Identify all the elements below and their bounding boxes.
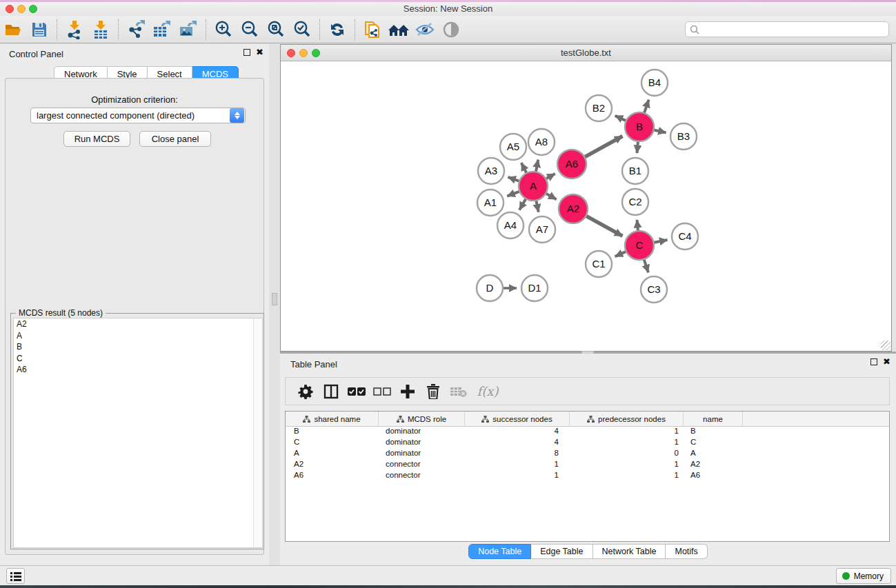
resize-grip[interactable]	[881, 341, 890, 350]
table-cell[interactable]: C	[286, 438, 379, 449]
mcds-result-list[interactable]: A2ABCA6	[13, 318, 263, 548]
graph-node-A8[interactable]: A8	[528, 129, 555, 155]
zoom-out-icon[interactable]	[237, 18, 263, 41]
table-row[interactable]: Bdominator41B	[286, 427, 889, 438]
import-network-icon[interactable]	[61, 18, 88, 41]
table-cell[interactable]: dominator	[379, 427, 465, 438]
mcds-result-item[interactable]: B	[14, 341, 262, 353]
graph-edge-A6-B[interactable]	[584, 136, 623, 158]
settings-gear-icon[interactable]	[292, 380, 318, 403]
open-file-icon[interactable]	[0, 18, 26, 41]
refresh-icon[interactable]	[324, 18, 350, 41]
graph-node-A2[interactable]: A2	[559, 194, 588, 223]
search-input[interactable]	[699, 25, 888, 34]
hide-eye-icon[interactable]	[412, 18, 438, 41]
float-table-panel-icon[interactable]	[870, 358, 877, 365]
network-window-titlebar[interactable]: testGlobe.txt	[281, 45, 891, 61]
graph-node-D[interactable]: D	[477, 275, 503, 301]
table-cell[interactable]: 1	[570, 438, 684, 449]
scrollbar-track[interactable]	[253, 318, 262, 547]
float-panel-icon[interactable]	[243, 49, 250, 56]
table-cell[interactable]: 4	[465, 427, 570, 438]
add-column-icon[interactable]	[395, 380, 420, 403]
mcds-result-item[interactable]: A6	[14, 364, 262, 376]
graph-node-A1[interactable]: A1	[477, 190, 504, 216]
close-panel-button[interactable]: Close panel	[139, 131, 211, 147]
network-zoom-button[interactable]	[312, 49, 320, 57]
graph-node-B2[interactable]: B2	[586, 95, 612, 121]
table-cell[interactable]: 1	[570, 460, 684, 471]
table-row[interactable]: Cdominator41C	[286, 438, 889, 449]
table-cell[interactable]: 8	[465, 449, 570, 460]
table-row[interactable]: Adominator80A	[286, 449, 889, 460]
mcds-result-item[interactable]: A2	[14, 318, 262, 330]
graph-node-B3[interactable]: B3	[670, 123, 697, 150]
table-cell[interactable]: 0	[570, 449, 684, 460]
table-cell[interactable]: A	[684, 449, 743, 460]
graph-edge-B-B4[interactable]	[644, 100, 648, 114]
table-cell[interactable]: 4	[465, 438, 570, 449]
graph-node-A3[interactable]: A3	[478, 158, 504, 184]
export-image-icon[interactable]	[175, 18, 201, 41]
criterion-dropdown[interactable]: largest connected component (directed)	[30, 108, 246, 123]
table-cell[interactable]: 1	[465, 471, 570, 482]
table-cell[interactable]: dominator	[379, 438, 465, 449]
table-cell[interactable]: 1	[570, 427, 684, 438]
tab-edge-table[interactable]: Edge Table	[531, 544, 593, 559]
graph-node-A5[interactable]: A5	[500, 134, 526, 160]
graph-node-C2[interactable]: C2	[622, 189, 648, 215]
mcds-result-item[interactable]: C	[14, 353, 262, 365]
graph-node-B4[interactable]: B4	[641, 70, 668, 96]
run-mcds-button[interactable]: Run MCDS	[63, 131, 130, 147]
select-all-icon[interactable]	[344, 380, 369, 403]
zoom-window-button[interactable]	[29, 5, 37, 13]
import-table-icon[interactable]	[88, 18, 114, 41]
zoom-fit-icon[interactable]	[263, 18, 289, 41]
duplicate-network-icon[interactable]	[359, 18, 386, 41]
home-icon[interactable]	[386, 18, 412, 41]
table-cell[interactable]: connector	[379, 471, 465, 482]
network-close-button[interactable]	[287, 49, 295, 57]
graph-edge-A2-C[interactable]	[585, 215, 623, 236]
export-network-icon[interactable]	[123, 18, 149, 41]
table-cell[interactable]: connector	[379, 460, 465, 471]
table-cell[interactable]: C	[684, 438, 743, 449]
vertical-splitter-handle[interactable]	[272, 293, 277, 305]
show-eye-icon[interactable]	[438, 18, 464, 41]
network-canvas[interactable]: B4B2BB3A5A8A6B1A3AC2A1A2A4A7C4CC1DD1C3	[281, 61, 891, 351]
graph-node-D1[interactable]: D1	[521, 275, 548, 301]
column-header-shared-name[interactable]: shared name	[286, 412, 379, 426]
table-cell[interactable]: A2	[684, 460, 743, 471]
zoom-in-icon[interactable]	[210, 18, 237, 41]
table-cell[interactable]: A6	[286, 471, 379, 482]
table-cell[interactable]: B	[286, 427, 379, 438]
table-cell[interactable]: 1	[465, 460, 570, 471]
graph-edge-C-C4[interactable]	[653, 240, 668, 243]
column-visibility-icon[interactable]	[318, 380, 344, 403]
delete-column-icon[interactable]	[420, 380, 446, 403]
tab-network-table[interactable]: Network Table	[593, 544, 666, 559]
graph-node-C[interactable]: C	[625, 231, 654, 260]
graph-node-C1[interactable]: C1	[586, 251, 612, 277]
column-header-successor-nodes[interactable]: successor nodes	[465, 412, 570, 426]
graph-node-C3[interactable]: C3	[641, 276, 667, 303]
table-row[interactable]: A2connector11A2	[286, 460, 889, 471]
column-header-predecessor-nodes[interactable]: predecessor nodes	[570, 412, 684, 426]
table-cell[interactable]: dominator	[379, 449, 465, 460]
zoom-selected-icon[interactable]	[289, 18, 315, 41]
search-box[interactable]	[685, 21, 889, 37]
graph-node-A4[interactable]: A4	[497, 212, 524, 239]
table-cell[interactable]: A2	[286, 460, 379, 471]
export-table-icon[interactable]	[149, 18, 175, 41]
memory-button[interactable]: Memory	[836, 568, 891, 584]
table-row[interactable]: A6connector11A6	[286, 471, 889, 482]
table-cell[interactable]: A6	[684, 471, 743, 482]
node-table[interactable]: shared nameMCDS rolesuccessor nodesprede…	[285, 411, 890, 542]
function-builder-icon[interactable]: f(x)	[471, 380, 504, 403]
deselect-all-icon[interactable]	[369, 380, 395, 403]
close-window-button[interactable]	[6, 5, 14, 13]
network-minimize-button[interactable]	[299, 49, 308, 57]
tab-motifs[interactable]: Motifs	[666, 544, 707, 559]
mcds-result-item[interactable]: A	[14, 330, 262, 342]
save-session-icon[interactable]	[26, 18, 52, 41]
